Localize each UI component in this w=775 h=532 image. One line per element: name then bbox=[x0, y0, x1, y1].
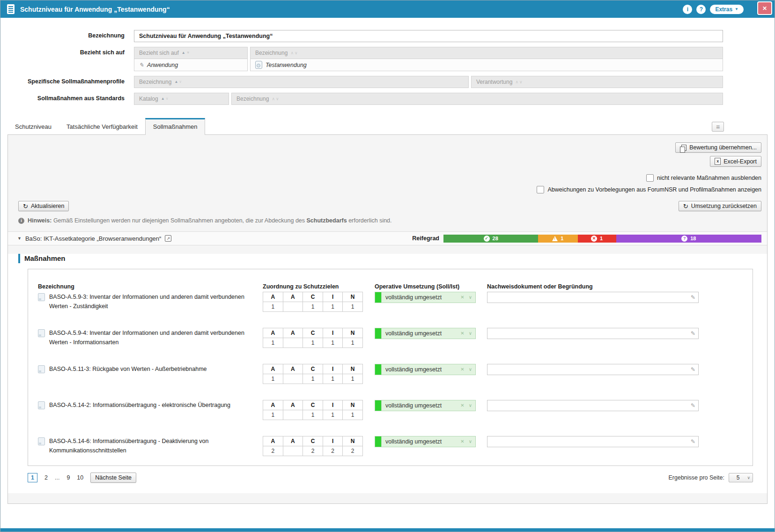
schutzziel-header-cell: A bbox=[283, 328, 303, 338]
clear-icon[interactable]: ✕ bbox=[460, 295, 464, 300]
bezieht-sich-auf-type-cell[interactable]: ✎ Anwendung bbox=[134, 59, 248, 71]
sort-icon: ▲▼ bbox=[182, 51, 190, 55]
clear-icon[interactable]: ✕ bbox=[460, 331, 464, 336]
schutzziel-value-cell: 2 bbox=[343, 446, 363, 456]
column-header-bezeichnung[interactable]: Bezeichnung ∧∨ bbox=[250, 47, 723, 59]
edit-icon[interactable]: ✎ bbox=[691, 403, 695, 408]
bewertung-uebernehmen-button[interactable]: Bewertung übernehmen... bbox=[675, 142, 761, 153]
clear-icon[interactable]: ✕ bbox=[460, 403, 464, 408]
umsetzung-value: vollständig umgesetzt bbox=[382, 402, 458, 409]
aktualisieren-button[interactable]: ↻ Aktualisieren bbox=[18, 201, 69, 211]
page-button-9[interactable]: 9 bbox=[66, 474, 70, 481]
schutzziel-value-cell bbox=[283, 410, 303, 420]
schutzziel-value-cell bbox=[283, 338, 303, 347]
help-icon[interactable]: ? bbox=[696, 5, 706, 14]
umsetzung-select[interactable]: vollständig umgesetzt ✕ ∨ bbox=[375, 436, 476, 447]
massnahme-row: BASO-A.5.9-3: Inventar der Informationen… bbox=[38, 292, 743, 312]
sort-icon: ▲∨ bbox=[174, 80, 182, 84]
schutzziel-value-cell: 1 bbox=[323, 338, 343, 347]
show-deviations-checkbox[interactable] bbox=[537, 186, 544, 193]
tab-sollmassnahmen[interactable]: Sollmaßnahmen bbox=[145, 118, 206, 135]
page-button-1[interactable]: 1 bbox=[28, 473, 37, 482]
tab-schutzniveau[interactable]: Schutzniveau bbox=[7, 119, 59, 134]
umsetzung-select[interactable]: vollständig umgesetzt ✕ ∨ bbox=[375, 400, 476, 411]
column-header-bezieht-sich-auf[interactable]: Bezieht sich auf ▲▼ bbox=[134, 47, 248, 59]
reifegrad-warn-count: 1 bbox=[561, 236, 563, 241]
status-color-swatch bbox=[375, 328, 382, 339]
nachweis-field: ✎ bbox=[487, 292, 699, 303]
column-header-verantwortung[interactable]: Verantwortung ∧∨ bbox=[471, 76, 723, 88]
standards-label: Sollmaßnahmen aus Standards bbox=[10, 93, 134, 102]
show-deviations-label: Abweichungen zu Vorbelegungen aus ForumN… bbox=[547, 186, 761, 193]
massnahme-row: BASO-A.5.14-2: Informationsübertragung -… bbox=[38, 400, 743, 420]
clear-icon[interactable]: ✕ bbox=[460, 439, 464, 444]
chevron-down-icon[interactable]: ∨ bbox=[469, 295, 472, 300]
form-area: Bezeichnung Bezieht sich auf Bezieht sic… bbox=[0, 18, 775, 112]
excel-export-button[interactable]: x Excel-Export bbox=[710, 156, 761, 167]
schutzziel-value-cell: 2 bbox=[303, 446, 323, 456]
nachweis-input[interactable] bbox=[487, 364, 691, 375]
massnahme-row: BASO-A.5.11-3: Rückgabe von Werten - Auß… bbox=[38, 364, 743, 384]
schutzziel-value-cell bbox=[283, 302, 303, 311]
column-header-katalog[interactable]: Katalog ▲∨ bbox=[134, 93, 229, 105]
massnahme-row: BASO-A.5.9-4: Inventar der Informationen… bbox=[38, 328, 743, 348]
edit-icon[interactable]: ✎ bbox=[691, 367, 695, 372]
close-button[interactable]: ✕ bbox=[757, 1, 772, 15]
edit-icon[interactable]: ✎ bbox=[691, 331, 695, 336]
umsetzung-select[interactable]: vollständig umgesetzt ✕ ∨ bbox=[375, 364, 476, 375]
nachweis-input[interactable] bbox=[487, 292, 691, 303]
clear-icon[interactable]: ✕ bbox=[460, 367, 464, 372]
tab-tatsaechliche-verfuegbarkeit[interactable]: Tatsächliche Verfügbarkeit bbox=[59, 119, 145, 134]
massnahme-doc-icon bbox=[38, 329, 45, 337]
show-deviations-checkbox-row: Abweichungen zu Vorbelegungen aus ForumN… bbox=[537, 186, 761, 193]
reifegrad-group: Reifegrad ✓ 28 ! 1 ✕ 1 ? bbox=[412, 235, 761, 243]
page-button-2[interactable]: 2 bbox=[44, 474, 48, 481]
schutzziel-value-cell: 1 bbox=[263, 374, 283, 384]
info-icon[interactable]: i bbox=[683, 5, 692, 14]
panel-toolbar: Bewertung übernehmen... x Excel-Export n… bbox=[8, 135, 767, 193]
bewertung-uebernehmen-label: Bewertung übernehmen... bbox=[689, 144, 757, 151]
nachweis-input[interactable] bbox=[487, 436, 691, 447]
edit-icon[interactable]: ✎ bbox=[691, 439, 695, 444]
copy-icon bbox=[681, 145, 686, 151]
massnahmen-table-header: Bezeichnung Zuordnung zu Schutzzielen Op… bbox=[38, 283, 743, 290]
chevron-down-icon[interactable]: ∨ bbox=[469, 439, 472, 444]
page-button-10[interactable]: 10 bbox=[77, 474, 83, 481]
external-link-icon[interactable]: ↗ bbox=[165, 235, 171, 242]
extras-label: Extras bbox=[715, 6, 732, 13]
application-icon bbox=[255, 61, 262, 69]
umsetzung-value: vollständig umgesetzt bbox=[382, 438, 458, 445]
hide-irrelevant-checkbox[interactable] bbox=[646, 174, 654, 182]
schutzziel-header-cell: A bbox=[263, 292, 283, 302]
schutzziel-value-cell: 1 bbox=[343, 374, 363, 384]
excel-export-label: Excel-Export bbox=[723, 158, 757, 165]
umsetzung-select[interactable]: vollständig umgesetzt ✕ ∨ bbox=[375, 292, 476, 303]
per-page-select[interactable]: 5 ∨ bbox=[729, 473, 753, 482]
nachweis-input[interactable] bbox=[487, 400, 691, 411]
column-header-standards-bezeichnung[interactable]: Bezeichnung ∧∨ bbox=[231, 93, 723, 105]
check-icon: ✓ bbox=[484, 236, 490, 242]
umsetzung-value: vollständig umgesetzt bbox=[382, 330, 458, 337]
extras-button[interactable]: Extras ▼ bbox=[710, 5, 744, 14]
column-header-label: Verantwortung bbox=[476, 79, 512, 85]
schutzziele-table: A A C I N 1 1 1 1 bbox=[263, 328, 363, 348]
collapse-icon[interactable]: ▼ bbox=[17, 236, 22, 241]
bezieht-sich-auf-name-cell[interactable]: Testanwendung bbox=[250, 59, 723, 71]
chevron-down-icon[interactable]: ∨ bbox=[469, 331, 472, 336]
tab-menu-icon[interactable]: ≡ bbox=[712, 122, 724, 132]
umsetzung-select[interactable]: vollständig umgesetzt ✕ ∨ bbox=[375, 328, 476, 339]
window-title: Schutzniveau für Anwendung „Testanwendun… bbox=[20, 6, 170, 13]
schutzziel-header-cell: C bbox=[303, 328, 323, 338]
nachweis-input[interactable] bbox=[487, 328, 691, 339]
edit-icon[interactable]: ✎ bbox=[691, 295, 695, 300]
chevron-down-icon[interactable]: ∨ bbox=[469, 403, 472, 408]
bezeichnung-input[interactable] bbox=[134, 30, 723, 42]
column-header-profil-bezeichnung[interactable]: Bezeichnung ▲∨ bbox=[134, 76, 469, 88]
schutzziele-table: A A C I N 2 2 2 2 bbox=[263, 436, 363, 456]
close-icon: ✕ bbox=[762, 5, 767, 12]
chevron-down-icon[interactable]: ∨ bbox=[469, 367, 472, 372]
umsetzung-zuruecksetzen-button[interactable]: ↻ Umsetzung zurücksetzen bbox=[679, 201, 761, 211]
baso-section-header: ▼ BaSo: IKT-Assetkategorie „Browseranwen… bbox=[8, 231, 767, 245]
next-page-button[interactable]: Nächste Seite bbox=[90, 473, 136, 483]
schutzziel-header-cell: C bbox=[303, 292, 323, 302]
